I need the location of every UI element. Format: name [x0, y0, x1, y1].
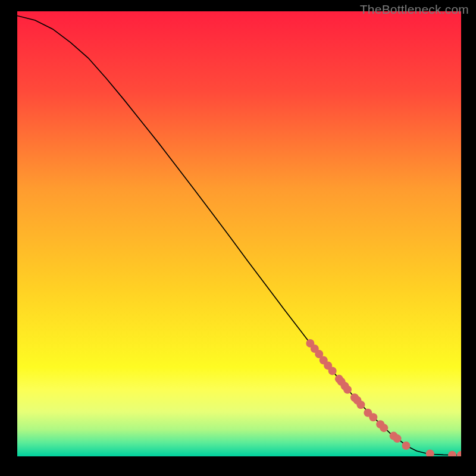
chart-svg	[17, 11, 461, 456]
data-point	[356, 400, 365, 409]
data-point	[328, 367, 337, 375]
data-point	[402, 441, 411, 450]
plot-area	[17, 11, 461, 456]
data-point	[380, 424, 388, 432]
data-point	[369, 413, 377, 421]
gradient-background	[17, 11, 461, 456]
data-point	[343, 386, 352, 394]
figure-container: TheBottleneck.com	[0, 0, 476, 476]
data-point	[393, 434, 402, 443]
source-watermark: TheBottleneck.com	[360, 2, 469, 17]
